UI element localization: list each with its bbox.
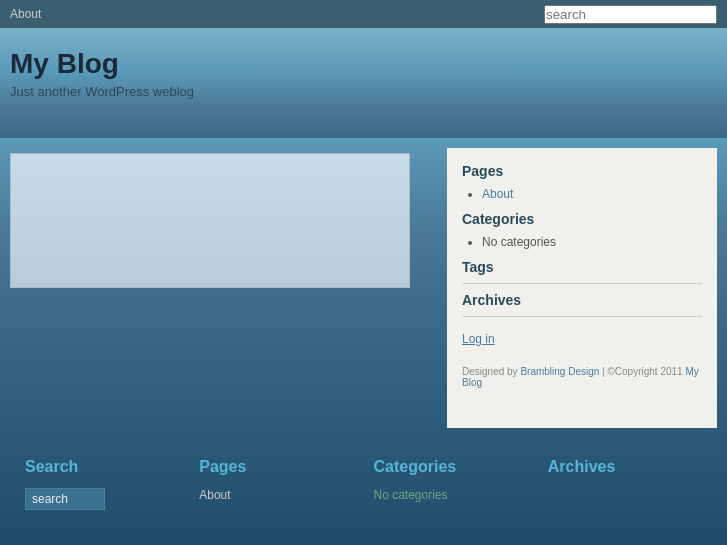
footer-pages-content: About	[199, 488, 353, 502]
sidebar-footer: Designed by Brambling Design | ©Copyrigh…	[462, 366, 702, 388]
footer-about-link[interactable]: About	[199, 488, 230, 502]
sidebar-pages-list: About	[462, 187, 702, 201]
sidebar-footer-middle: | ©Copyright 2011	[599, 366, 685, 377]
list-item: About	[482, 187, 702, 201]
sidebar: Pages About Categories No categories Tag…	[447, 148, 717, 428]
footer-search-col: Search	[15, 458, 189, 538]
footer-categories-col: Categories No categories	[364, 458, 538, 538]
brambling-design-link[interactable]: Brambling Design	[520, 366, 599, 377]
footer-pages-col: Pages About	[189, 458, 363, 538]
footer-archives-title: Archives	[548, 458, 702, 476]
top-nav: About	[0, 0, 727, 28]
blog-title: My Blog	[10, 48, 717, 80]
site-header: My Blog Just another WordPress weblog	[0, 28, 727, 138]
footer-no-categories: No categories	[374, 488, 528, 502]
footer-search-input[interactable]	[25, 488, 105, 510]
footer-categories-title: Categories	[374, 458, 528, 476]
sidebar-categories-title: Categories	[462, 211, 702, 227]
top-nav-about[interactable]: About	[10, 7, 41, 21]
sidebar-about-link[interactable]: About	[482, 187, 513, 201]
top-nav-search-input[interactable]	[544, 5, 717, 24]
sidebar-divider	[462, 283, 702, 284]
content-area	[10, 148, 437, 428]
footer-pages-title: Pages	[199, 458, 353, 476]
sidebar-footer-text: Designed by	[462, 366, 520, 377]
sidebar-pages-title: Pages	[462, 163, 702, 179]
post-box	[10, 153, 410, 288]
footer-archives-col: Archives	[538, 458, 712, 538]
list-item: No categories	[482, 235, 702, 249]
sidebar-login: Log in	[462, 332, 702, 346]
bottom-footer: Search Pages About Categories No categor…	[0, 438, 727, 545]
main-wrapper: Pages About Categories No categories Tag…	[0, 138, 727, 438]
sidebar-divider-2	[462, 316, 702, 317]
sidebar-categories-list: No categories	[462, 235, 702, 249]
top-nav-search	[544, 5, 717, 24]
footer-search-title: Search	[25, 458, 179, 476]
login-link[interactable]: Log in	[462, 332, 495, 346]
blog-subtitle: Just another WordPress weblog	[10, 84, 717, 99]
sidebar-archives-title: Archives	[462, 292, 702, 308]
sidebar-tags-title: Tags	[462, 259, 702, 275]
